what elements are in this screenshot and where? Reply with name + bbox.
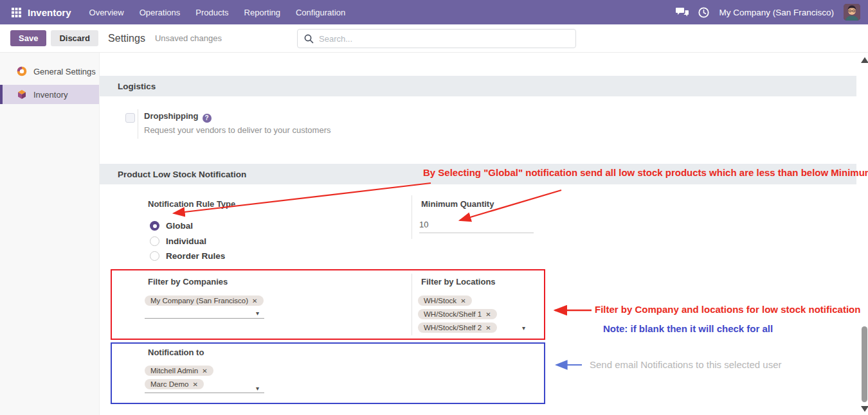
min-qty-label: Minimum Quantity [421, 199, 494, 209]
radio-unselected-icon[interactable] [150, 251, 159, 261]
remove-tag-icon[interactable]: ✕ [202, 367, 207, 375]
tag-label: WH/Stock [424, 297, 457, 305]
rule-type-label: Notification Rule Type [148, 199, 235, 209]
remove-tag-icon[interactable]: ✕ [460, 297, 466, 305]
notify-user-tags: Mitchell Admin ✕ Marc Demo ✕ [145, 366, 213, 389]
search-box[interactable] [297, 29, 576, 48]
setting-divider [138, 109, 138, 139]
settings-control-bar: Save Discard Settings Unsaved changes [0, 24, 868, 53]
tag-label: Mitchell Admin [150, 367, 198, 375]
dropshipping-help-text: Request your vendors to deliver to your … [144, 125, 330, 135]
tag-label: Marc Demo [150, 380, 188, 388]
location-tag[interactable]: WH/Stock/Shelf 1 ✕ [418, 309, 497, 319]
radio-selected-icon[interactable] [150, 221, 159, 231]
general-settings-icon [17, 66, 27, 76]
scrollbar-thumb[interactable] [862, 326, 867, 402]
app-name[interactable]: Inventory [28, 7, 71, 18]
remove-tag-icon[interactable]: ✕ [485, 311, 491, 318]
dropshipping-checkbox[interactable] [125, 113, 135, 123]
sidebar-item-label: General Settings [33, 67, 96, 76]
sidebar-item-label: Inventory [33, 90, 68, 100]
location-tags: WH/Stock ✕ WH/Stock/Shelf 1 ✕ WH/Stock/S… [418, 296, 497, 333]
annotation-filter-note: Filter by Company and locations for low … [595, 304, 860, 315]
section-title: Logistics [118, 82, 156, 91]
tag-label: WH/Stock/Shelf 2 [424, 324, 482, 331]
remove-tag-icon[interactable]: ✕ [252, 297, 257, 305]
activities-clock-icon[interactable] [698, 7, 709, 18]
menu-configuration[interactable]: Configuration [296, 8, 345, 17]
radio-option-global[interactable]: Global [150, 221, 193, 231]
tag-label: My Company (San Francisco) [150, 297, 248, 305]
menu-reporting[interactable]: Reporting [244, 8, 280, 17]
menu-operations[interactable]: Operations [140, 8, 181, 17]
annotation-global-note: By Selecting "Global" notification send … [423, 167, 868, 178]
location-tag[interactable]: WH/Stock ✕ [418, 296, 472, 306]
user-tag[interactable]: Marc Demo ✕ [145, 379, 204, 389]
filter-locations-label: Filter by Locations [421, 277, 496, 287]
help-icon[interactable]: ? [203, 114, 212, 123]
scrollbar-up-arrow[interactable] [861, 57, 868, 63]
company-tags: My Company (San Francisco) ✕ [145, 296, 264, 306]
radio-unselected-icon[interactable] [150, 236, 159, 246]
discard-button[interactable]: Discard [51, 30, 98, 46]
top-menu: Overview Operations Products Reporting C… [89, 8, 346, 17]
sidebar-item-inventory[interactable]: Inventory [0, 85, 99, 104]
dropdown-caret-icon[interactable]: ▾ [522, 324, 525, 331]
page-title: Settings [108, 33, 145, 44]
dropdown-caret-icon[interactable]: ▾ [256, 310, 259, 317]
user-avatar[interactable] [844, 4, 860, 21]
search-input[interactable] [319, 34, 569, 44]
settings-content: Logistics Dropshipping? Request your ven… [100, 53, 868, 415]
search-icon [304, 34, 314, 44]
menu-products[interactable]: Products [195, 8, 228, 17]
radio-label: Reorder Rules [166, 251, 225, 261]
apps-grid-icon[interactable] [12, 8, 21, 17]
filter-companies-label: Filter by Companies [148, 277, 228, 287]
user-tag[interactable]: Mitchell Admin ✕ [145, 366, 213, 376]
min-qty-input[interactable] [419, 220, 534, 233]
settings-sidebar: General Settings Inventory [0, 53, 100, 415]
dropshipping-label-text: Dropshipping [144, 111, 199, 121]
unsaved-changes-status: Unsaved changes [155, 33, 222, 43]
save-button[interactable]: Save [10, 30, 46, 46]
dropshipping-label[interactable]: Dropshipping? [144, 111, 212, 123]
section-header-logistics: Logistics [100, 76, 856, 96]
remove-tag-icon[interactable]: ✕ [485, 324, 491, 331]
top-navbar: Inventory Overview Operations Products R… [0, 0, 868, 24]
scrollbar-down-arrow[interactable] [861, 406, 868, 412]
radio-option-reorder-rules[interactable]: Reorder Rules [150, 251, 225, 261]
messages-icon[interactable] [676, 7, 689, 17]
radio-label: Global [166, 221, 193, 231]
inventory-app-icon [17, 89, 27, 100]
dropdown-caret-icon[interactable]: ▾ [256, 385, 259, 392]
notification-to-label: Notification to [148, 348, 204, 357]
notify-field-underline[interactable] [145, 393, 264, 393]
annotation-blank-note: Note: if blank then it will check for al… [603, 323, 773, 334]
radio-option-individual[interactable]: Individual [150, 236, 206, 246]
setting-divider [411, 195, 412, 239]
menu-overview[interactable]: Overview [89, 8, 124, 17]
setting-divider [411, 274, 412, 335]
sidebar-item-general-settings[interactable]: General Settings [0, 62, 99, 80]
tag-label: WH/Stock/Shelf 1 [424, 310, 482, 318]
companies-field-underline[interactable] [145, 318, 264, 319]
company-tag[interactable]: My Company (San Francisco) ✕ [145, 296, 264, 306]
section-title: Product Low Stock Notification [118, 170, 246, 179]
remove-tag-icon[interactable]: ✕ [192, 381, 197, 388]
annotation-email-note: Send email Notifications to this selecte… [590, 359, 781, 370]
location-tag[interactable]: WH/Stock/Shelf 2 ✕ [418, 322, 497, 333]
radio-label: Individual [166, 236, 206, 246]
company-switcher[interactable]: My Company (San Francisco) [719, 8, 834, 17]
